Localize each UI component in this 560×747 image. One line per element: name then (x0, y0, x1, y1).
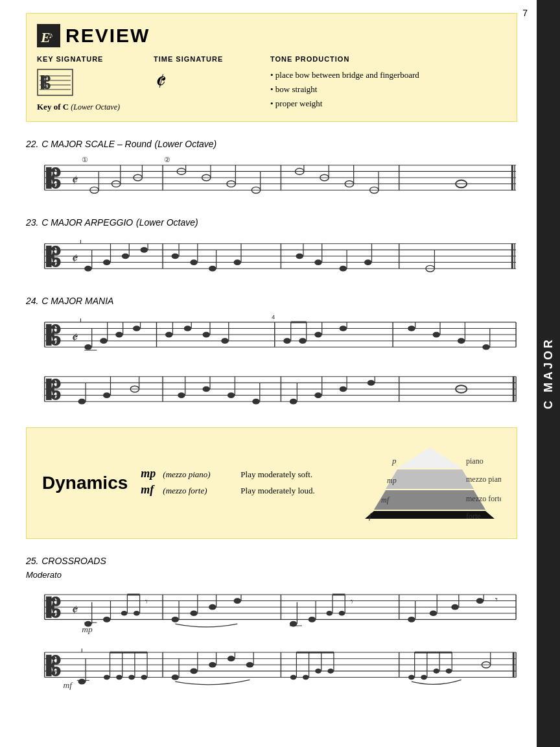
dynamics-row-mp: mp (mezzo piano) Play moderately soft. (141, 467, 345, 480)
tone-item-1: place bow between bridge and fingerboard (270, 68, 504, 82)
svg-text:mf: mf (64, 680, 74, 690)
section-25-staff-1: 𝄡 𝄵 𝄾 (26, 582, 517, 637)
section-24: 24. C MAJOR MANIA 𝄡 𝄵 4 (26, 294, 517, 416)
time-signature-col: TIME SIGNATURE 𝄵 (154, 55, 270, 112)
svg-point-267 (246, 662, 254, 668)
svg-point-254 (128, 675, 135, 680)
svg-point-197 (103, 617, 111, 622)
svg-point-248 (78, 679, 86, 685)
section-24-staff-2: 𝄡 (26, 364, 517, 413)
svg-point-263 (209, 662, 216, 668)
review-icon: E ♪ (37, 24, 60, 47)
svg-point-157 (228, 392, 235, 398)
svg-point-147 (78, 399, 86, 405)
section-23-title: 23. C MAJOR ARPEGGIO (Lower Octave) (26, 216, 517, 229)
dyn-desc-mf: Play moderately loud. (240, 486, 314, 496)
svg-point-269 (290, 675, 297, 680)
svg-point-211 (233, 598, 241, 604)
svg-point-109 (165, 332, 173, 338)
svg-point-115 (221, 338, 229, 344)
svg-text:②: ② (164, 156, 170, 163)
svg-point-82 (364, 259, 372, 265)
section-25-title: 25. CROSSROADS (26, 554, 517, 567)
svg-point-107 (133, 326, 141, 331)
dynamics-triangle-svg: p mp mf f piano mezzo piano mezzo forte … (358, 441, 501, 525)
svg-point-130 (458, 338, 465, 344)
svg-point-101 (84, 344, 92, 350)
section-25: 25. CROSSROADS Moderato 𝄡 𝄵 (26, 554, 517, 701)
svg-text:p: p (391, 456, 397, 466)
svg-point-117 (283, 338, 291, 344)
time-sig-header: TIME SIGNATURE (154, 55, 270, 63)
section-24-staff-1: 𝄡 𝄵 4 (26, 310, 517, 362)
svg-point-250 (104, 675, 110, 680)
time-sig-symbol: 𝄵 (154, 68, 270, 95)
dyn-name-mf: (mezzo forte) (163, 486, 234, 496)
main-content: E ♪ REVIEW KEY SIGNATURE 𝄡 (0, 0, 537, 726)
page-number: 7 (522, 8, 528, 18)
svg-point-60 (84, 266, 92, 272)
svg-point-218 (326, 611, 332, 616)
svg-point-161 (290, 399, 298, 405)
svg-text:𝄵: 𝄵 (71, 602, 78, 618)
svg-point-259 (172, 674, 180, 680)
key-sig-symbol: 𝄡 (37, 68, 73, 97)
svg-text:𝄵: 𝄵 (71, 251, 78, 267)
svg-text:mezzo forte: mezzo forte (466, 494, 501, 503)
svg-point-159 (252, 399, 260, 405)
svg-point-278 (408, 675, 415, 680)
key-label: Key of C (Lower Octave) (37, 102, 154, 112)
review-title: E ♪ REVIEW (37, 24, 504, 47)
svg-point-280 (421, 675, 427, 680)
svg-point-209 (209, 604, 216, 610)
crossroads-tempo: Moderato (26, 570, 517, 580)
review-content: KEY SIGNATURE 𝄡 Key of C (Lower Octave) (37, 55, 504, 112)
svg-text:①: ① (82, 156, 88, 163)
svg-text:𝄡: 𝄡 (46, 322, 61, 351)
key-sig-header: KEY SIGNATURE (37, 55, 154, 63)
svg-point-111 (184, 326, 192, 331)
svg-text:𝄡: 𝄡 (46, 243, 61, 272)
svg-text:4: 4 (272, 313, 275, 320)
dyn-symbol-mp: mp (141, 467, 156, 480)
svg-point-132 (482, 344, 490, 350)
svg-point-123 (340, 326, 347, 331)
svg-point-207 (190, 610, 198, 616)
svg-point-165 (340, 386, 347, 392)
svg-text:𝄡: 𝄡 (46, 652, 61, 682)
svg-point-155 (202, 386, 210, 392)
svg-point-70 (190, 259, 198, 265)
svg-point-121 (314, 332, 322, 338)
svg-point-199 (121, 611, 128, 616)
svg-marker-170 (397, 447, 462, 468)
svg-point-265 (228, 656, 235, 661)
svg-point-74 (233, 259, 241, 265)
sidebar-label: C MAJOR (542, 337, 555, 409)
svg-point-80 (340, 266, 347, 272)
dynamics-table: mp (mezzo piano) Play moderately soft. m… (141, 467, 345, 499)
svg-point-226 (430, 610, 438, 616)
svg-point-167 (368, 380, 375, 386)
svg-point-252 (116, 675, 122, 680)
svg-point-275 (327, 669, 334, 674)
svg-point-282 (433, 669, 439, 674)
tone-list: place bow between bridge and fingerboard… (270, 68, 504, 111)
dynamics-title: Dynamics (42, 473, 128, 493)
svg-point-201 (134, 611, 140, 616)
svg-text:♪: ♪ (49, 30, 53, 40)
svg-point-273 (315, 669, 321, 674)
dyn-symbol-mf: mf (141, 483, 156, 497)
svg-point-271 (303, 675, 309, 680)
review-box: E ♪ REVIEW KEY SIGNATURE 𝄡 (26, 13, 517, 122)
svg-point-216 (309, 617, 316, 622)
tone-item-3: proper weight (270, 97, 504, 111)
section-24-title: 24. C MAJOR MANIA (26, 294, 517, 307)
svg-point-119 (299, 338, 307, 344)
svg-point-126 (408, 326, 415, 331)
svg-point-105 (115, 332, 123, 338)
tone-item-2: bow straight (270, 82, 504, 97)
svg-point-66 (141, 247, 148, 253)
svg-text:𝄾: 𝄾 (495, 598, 498, 602)
svg-text:mezzo piano: mezzo piano (466, 475, 501, 484)
svg-point-224 (408, 617, 415, 622)
